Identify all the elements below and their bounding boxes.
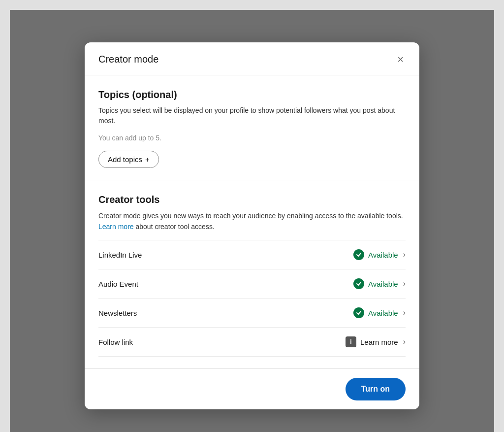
topics-section-title: Topics (optional) [98,89,406,100]
tool-name-newsletters: Newsletters [98,309,137,317]
modal-body: Topics (optional) Topics you select will… [85,75,419,369]
chevron-icon-linkedin-live: › [403,250,406,259]
topics-description: Topics you select will be displayed on y… [98,105,406,126]
close-button[interactable]: × [395,52,406,67]
modal-header: Creator mode × [85,42,419,75]
tool-status-follow-link: i Learn more › [346,336,406,347]
creator-tools-description: Creator mode gives you new ways to reach… [98,210,406,233]
close-icon: × [397,54,404,65]
modal-container: Creator mode × Topics (optional) Topics … [85,42,419,410]
learn-more-link[interactable]: Learn more [98,223,134,231]
add-topics-plus-icon: + [145,155,150,164]
topics-section: Topics (optional) Topics you select will… [85,75,419,180]
check-icon-newsletters [353,307,364,318]
creator-tools-desc-part1: Creator mode gives you new ways to reach… [98,212,403,220]
status-label-linkedin-live: Available [368,251,398,259]
info-icon-follow-link: i [346,336,356,347]
check-icon-audio-event [353,278,364,289]
chevron-icon-audio-event: › [403,279,406,288]
modal-overlay: Creator mode × Topics (optional) Topics … [10,10,494,432]
modal-title: Creator mode [98,54,158,65]
status-label-follow-link: Learn more [360,338,398,346]
topics-limit-text: You can add up to 5. [98,134,406,142]
creator-tools-title: Creator tools [98,194,406,205]
tool-status-newsletters: Available › [353,307,406,318]
tool-status-audio-event: Available › [353,278,406,289]
status-label-audio-event: Available [368,280,398,288]
tool-item-newsletters[interactable]: Newsletters Available › [98,298,406,327]
tool-item-linkedin-live[interactable]: LinkedIn Live Available › [98,240,406,269]
check-icon-linkedin-live [353,249,364,260]
chevron-icon-follow-link: › [403,337,406,346]
status-label-newsletters: Available [368,309,398,317]
creator-tools-section: Creator tools Creator mode gives you new… [85,180,419,369]
add-topics-label: Add topics [108,155,142,164]
tool-name-linkedin-live: LinkedIn Live [98,251,142,259]
turn-on-button[interactable]: Turn on [346,378,406,400]
modal-footer: Turn on [85,368,419,409]
creator-tools-desc-part2: about creator tool access. [135,223,214,231]
tool-name-audio-event: Audio Event [98,280,138,288]
tool-item-follow-link[interactable]: Follow link i Learn more › [98,327,406,357]
chevron-icon-newsletters: › [403,308,406,317]
tool-status-linkedin-live: Available › [353,249,406,260]
tools-list: LinkedIn Live Available › [98,240,406,357]
add-topics-button[interactable]: Add topics + [98,151,159,168]
tool-name-follow-link: Follow link [98,338,133,346]
tool-item-audio-event[interactable]: Audio Event Available › [98,269,406,298]
